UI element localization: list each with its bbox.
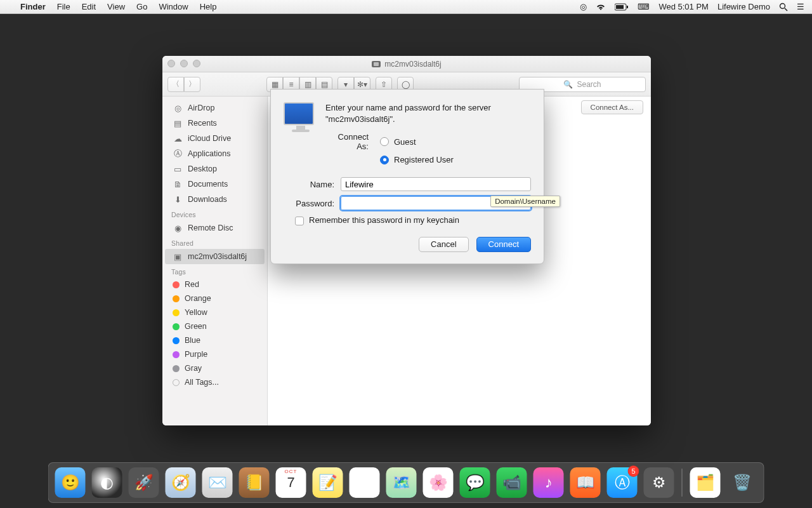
creative-cloud-icon[interactable]: ◎ — [580, 2, 587, 11]
sidebar-tag-yellow[interactable]: Yellow — [162, 305, 267, 319]
zoom-button[interactable] — [193, 60, 200, 67]
search-placeholder: Search — [577, 80, 601, 89]
back-button[interactable]: 〈 — [167, 77, 184, 92]
sidebar-item-icloud[interactable]: ☁︎iCloud Drive — [162, 131, 267, 146]
sidebar-tag-orange[interactable]: Orange — [162, 291, 267, 305]
server-icon — [372, 61, 381, 67]
applications-icon: Ⓐ — [173, 149, 183, 159]
appstore-badge: 5 — [628, 465, 639, 477]
forward-button[interactable]: 〉 — [184, 77, 200, 92]
documents-icon: 🗎 — [173, 179, 183, 189]
dock-reminders-icon[interactable]: ☑︎ — [350, 467, 380, 498]
app-menu[interactable]: Finder — [20, 2, 46, 11]
sidebar-tag-gray[interactable]: Gray — [162, 361, 267, 375]
sidebar-item-label: iCloud Drive — [188, 134, 231, 143]
dock-finder-icon[interactable]: 🙂 — [55, 467, 86, 498]
yellow-tag-icon — [173, 309, 180, 316]
sidebar-tag-blue[interactable]: Blue — [162, 333, 267, 347]
menu-bar: Finder File Edit View Go Window Help ◎ ⌨… — [0, 0, 812, 14]
calendar-month: OCT — [285, 469, 298, 474]
sidebar-item-desktop[interactable]: ▭Desktop — [162, 161, 267, 177]
downloads-icon: ⬇︎ — [173, 194, 183, 204]
dock-trash-icon[interactable]: 🗑️ — [727, 467, 757, 498]
dock-photos-icon[interactable]: 🌸 — [423, 467, 454, 498]
menu-edit[interactable]: Edit — [82, 2, 96, 11]
tooltip: Domain\Username — [490, 196, 560, 207]
sidebar-item-applications[interactable]: ⒶApplications — [162, 146, 267, 161]
password-label: Password: — [284, 199, 341, 208]
spotlight-icon[interactable] — [779, 3, 788, 11]
gray-tag-icon — [173, 365, 180, 372]
user-menu[interactable]: Lifewire Demo — [717, 2, 770, 11]
input-source-icon[interactable]: ⌨︎ — [638, 2, 650, 11]
sidebar-tag-all[interactable]: All Tags... — [162, 375, 267, 389]
sidebar-item-label: Recents — [188, 119, 217, 128]
sidebar-item-documents[interactable]: 🗎Documents — [162, 177, 267, 192]
registered-user-label: Registered User — [394, 155, 454, 164]
wifi-icon[interactable] — [596, 3, 606, 11]
sidebar-heading-shared: Shared — [162, 236, 267, 249]
sidebar-item-label: Orange — [185, 294, 211, 303]
blue-tag-icon — [173, 337, 180, 344]
sidebar-item-label: Documents — [188, 180, 228, 189]
connect-as-label: Connect As: — [325, 132, 375, 151]
dock-itunes-icon[interactable]: ♪ — [534, 467, 564, 498]
minimize-button[interactable] — [180, 60, 188, 67]
sidebar-item-airdrop[interactable]: ◎AirDrop — [162, 100, 267, 116]
battery-icon[interactable] — [615, 3, 629, 11]
dock-calendar-icon[interactable]: OCT7 — [276, 467, 306, 498]
notification-center-icon[interactable]: ☰ — [797, 2, 804, 11]
close-button[interactable] — [167, 60, 175, 67]
sidebar-item-remote-disc[interactable]: ◉Remote Disc — [162, 220, 267, 236]
menu-window[interactable]: Window — [159, 2, 188, 11]
dock-safari-icon[interactable]: 🧭 — [166, 467, 196, 498]
sidebar-item-label: Gray — [185, 364, 202, 373]
dock-appstore-icon[interactable]: Ⓐ5 — [607, 467, 638, 498]
dock-maps-icon[interactable]: 🗺️ — [386, 467, 417, 498]
sidebar-item-shared-server[interactable]: ▣mc2mv03isdalt6j — [165, 249, 265, 264]
dock-notes-icon[interactable]: 📝 — [313, 467, 343, 498]
dock-ibooks-icon[interactable]: 📖 — [570, 467, 601, 498]
sidebar-item-label: Purple — [185, 350, 207, 359]
sidebar-item-label: Blue — [185, 336, 200, 345]
sidebar-heading-tags: Tags — [162, 264, 267, 277]
dock-messages-icon[interactable]: 💬 — [460, 467, 490, 498]
sidebar-tag-red[interactable]: Red — [162, 277, 267, 291]
menu-file[interactable]: File — [57, 2, 70, 11]
svg-line-4 — [785, 8, 787, 11]
clock[interactable]: Wed 5:01 PM — [658, 2, 709, 11]
sidebar-item-downloads[interactable]: ⬇︎Downloads — [162, 192, 267, 207]
sidebar-item-label: mc2mv03isdalt6j — [188, 252, 247, 261]
cancel-button[interactable]: Cancel — [419, 237, 468, 252]
registered-user-radio[interactable] — [380, 156, 389, 164]
disc-icon: ◉ — [173, 223, 183, 233]
remember-checkbox[interactable] — [295, 217, 304, 225]
sidebar-item-recents[interactable]: ▤Recents — [162, 116, 267, 131]
purple-tag-icon — [173, 351, 180, 358]
dock-preferences-icon[interactable]: ⚙︎ — [644, 467, 674, 498]
menu-view[interactable]: View — [107, 2, 125, 11]
dialog-prompt: Enter your name and password for the ser… — [325, 102, 531, 124]
window-titlebar[interactable]: mc2mv03isdalt6j — [162, 56, 651, 72]
recents-icon: ▤ — [173, 118, 183, 128]
dock: 🙂 ◐ 🚀 🧭 ✉️ 📒 OCT7 📝 ☑︎ 🗺️ 🌸 💬 📹 ♪ 📖 Ⓐ5 ⚙… — [48, 462, 764, 503]
search-icon: 🔍 — [563, 80, 573, 89]
connect-as-button[interactable]: Connect As... — [581, 100, 643, 114]
sidebar-tag-green[interactable]: Green — [162, 319, 267, 333]
dock-launchpad-icon[interactable]: 🚀 — [129, 467, 159, 498]
guest-radio[interactable] — [380, 137, 389, 146]
sidebar-item-label: Remote Disc — [188, 224, 233, 232]
calendar-day: 7 — [287, 474, 294, 491]
name-input[interactable] — [341, 177, 531, 191]
dock-facetime-icon[interactable]: 📹 — [497, 467, 527, 498]
menu-go[interactable]: Go — [136, 2, 147, 11]
dock-contacts-icon[interactable]: 📒 — [239, 467, 270, 498]
name-label: Name: — [284, 180, 341, 189]
dock-siri-icon[interactable]: ◐ — [92, 467, 122, 498]
menu-help[interactable]: Help — [200, 2, 217, 11]
sidebar-item-label: Red — [185, 280, 199, 289]
sidebar-tag-purple[interactable]: Purple — [162, 347, 267, 361]
dock-mail-icon[interactable]: ✉️ — [202, 467, 233, 498]
dock-downloads-stack[interactable]: 🗂️ — [690, 467, 721, 498]
connect-button[interactable]: Connect — [476, 237, 531, 252]
